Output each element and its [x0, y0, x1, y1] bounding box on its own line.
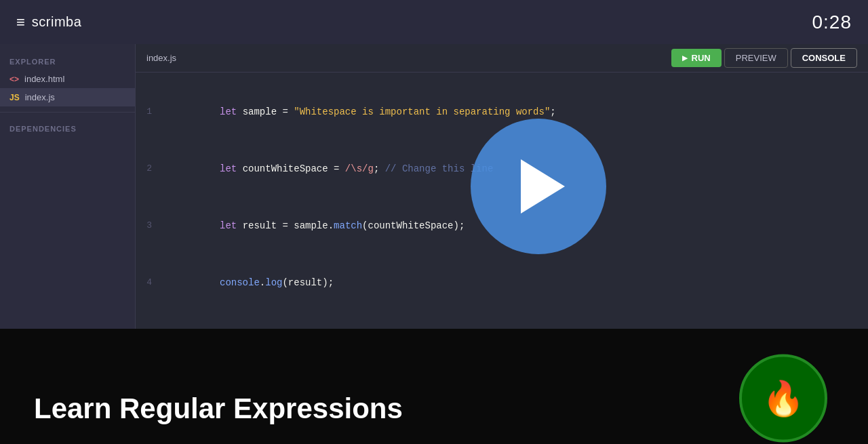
run-label: RUN — [692, 53, 711, 63]
dot2: . — [260, 277, 265, 288]
editor-filename: index.js — [146, 53, 176, 63]
logo-text: scrimba — [32, 14, 82, 30]
sidebar-item-index-js[interactable]: JS index.js — [0, 88, 135, 106]
var: countWhiteSpace — [237, 163, 334, 174]
punc3: (result); — [282, 277, 334, 288]
toolbar-buttons: ▶ RUN PREVIEW CONSOLE — [671, 48, 857, 68]
code-text-2: let countWhiteSpace = /\s/g; // Change t… — [163, 140, 493, 197]
fn-log: log — [265, 277, 282, 288]
punc: ; — [550, 106, 555, 117]
fn-match: match — [334, 220, 362, 231]
console-button[interactable]: CONSOLE — [791, 48, 857, 68]
html-file-icon: <> — [9, 75, 19, 84]
var: result — [237, 220, 282, 231]
op: = — [282, 220, 288, 231]
sidebar: EXPLORER <> index.html JS index.js DEPEN… — [0, 44, 136, 329]
line-num-2: 2 — [136, 159, 163, 178]
sidebar-item-html-label: index.html — [24, 74, 64, 84]
play-triangle-icon — [521, 159, 565, 214]
code-text-4: console.log(result); — [163, 254, 334, 311]
keyword: let — [220, 163, 237, 174]
dependencies-label: DEPENDENCIES — [0, 118, 135, 137]
punc2: (countWhiteSpace); — [362, 220, 465, 231]
keyword: let — [220, 106, 237, 117]
editor-toolbar: index.js ▶ RUN PREVIEW CONSOLE — [136, 44, 868, 73]
run-play-icon: ▶ — [682, 54, 688, 62]
sidebar-divider — [0, 112, 135, 113]
course-title: Learn Regular Expressions — [0, 392, 403, 425]
code-text-3: let result = sample.match(countWhiteSpac… — [163, 197, 465, 254]
keyword: let — [220, 220, 237, 231]
code-line-4: 4 console.log(result); — [136, 254, 868, 311]
regex: /\s/g — [339, 163, 373, 174]
sidebar-item-index-html[interactable]: <> index.html — [0, 70, 135, 88]
line-num-4: 4 — [136, 273, 163, 292]
dot: . — [328, 220, 334, 231]
bottom-section: Learn Regular Expressions 🔥 freeCodeCamp… — [0, 329, 868, 444]
fcc-flame-icon: 🔥 — [762, 378, 804, 418]
fn-console: console — [220, 277, 260, 288]
editor-area: index.js ▶ RUN PREVIEW CONSOLE 1 let sam… — [136, 44, 868, 329]
logo: ≡ scrimba — [16, 14, 81, 31]
main-area: EXPLORER <> index.html JS index.js DEPEN… — [0, 44, 868, 329]
scrimba-logo-icon: ≡ — [16, 14, 25, 31]
line-num-3: 3 — [136, 216, 163, 235]
op: = — [282, 106, 288, 117]
freecodecamp-logo: 🔥 freeCodeCamp — [739, 354, 827, 444]
fcc-circle-logo: 🔥 — [739, 354, 827, 442]
sidebar-item-js-label: index.js — [25, 92, 55, 102]
timer: 0:28 — [812, 12, 852, 33]
line-num-1: 1 — [136, 102, 163, 121]
preview-button[interactable]: PREVIEW — [724, 48, 788, 68]
run-button[interactable]: ▶ RUN — [671, 49, 722, 67]
js-file-icon: JS — [9, 93, 20, 102]
var: sample — [237, 106, 282, 117]
play-button-overlay[interactable] — [471, 119, 606, 254]
navbar: ≡ scrimba 0:28 — [0, 0, 868, 44]
string: "Whitespace is important in separating w… — [288, 106, 550, 117]
explorer-label: EXPLORER — [0, 51, 135, 70]
var2: sample — [288, 220, 328, 231]
